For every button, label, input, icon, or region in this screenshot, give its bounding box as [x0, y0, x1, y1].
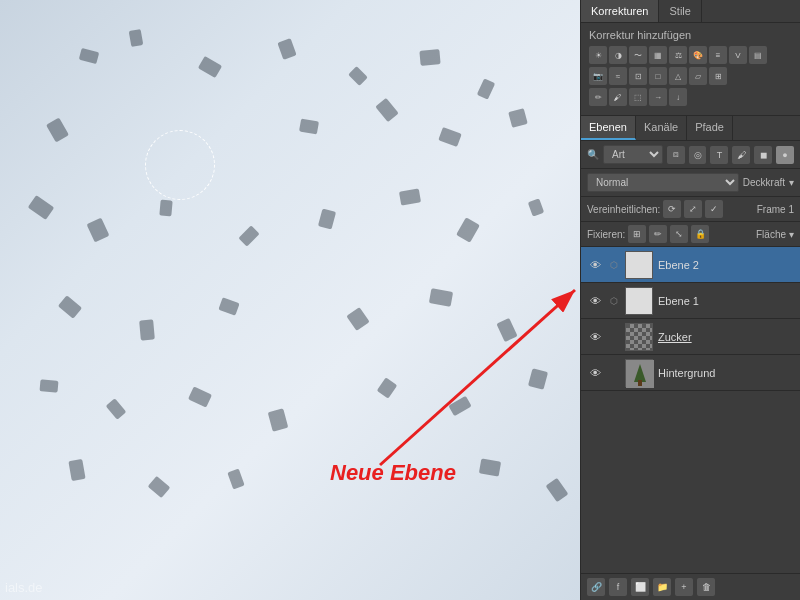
korr-icon-gradient[interactable]: ▱ [689, 67, 707, 85]
korrekturen-icons-row2: 📷 ≈ ⊡ □ △ ▱ ⊞ [589, 67, 792, 85]
layer-name-hintergrund: Hintergrund [658, 367, 794, 379]
search-row: 🔍 Art ⧈ ◎ T 🖌 ◼ ● [581, 141, 800, 169]
frame-label: Frame 1 [757, 204, 794, 215]
panel-btn-link[interactable]: 🔗 [587, 578, 605, 596]
korr-icon-levels[interactable]: ▦ [649, 46, 667, 64]
korr-icon-hue[interactable]: 🎨 [689, 46, 707, 64]
panel-btn-new[interactable]: + [675, 578, 693, 596]
layer-thumb-zucker [625, 323, 653, 351]
blend-mode-select[interactable]: Normal [587, 173, 739, 192]
neue-ebene-label: Neue Ebene [330, 460, 456, 486]
layer-eye-ebene2[interactable]: 👁 [587, 257, 603, 273]
layer-row-ebene2[interactable]: 👁 ⬡ Ebene 2 [581, 247, 800, 283]
korrekturen-icons-row3: ✏ 🖌 ⬚ → ↓ [589, 88, 792, 106]
watermark: ials.de [0, 580, 43, 595]
korr-icon-down[interactable]: ↓ [669, 88, 687, 106]
right-panel: Korrekturen Stile Korrektur hinzufügen ☀… [580, 0, 800, 600]
flaeche-value[interactable]: ▾ [789, 229, 794, 240]
layer-name-zucker: Zucker [658, 331, 794, 343]
layer-chain-ebene1[interactable]: ⬡ [608, 293, 620, 309]
panel-btn-group[interactable]: 📁 [653, 578, 671, 596]
tab-stile[interactable]: Stile [659, 0, 701, 22]
panel-btn-style[interactable]: f [609, 578, 627, 596]
korr-icon-vibrance[interactable]: V [729, 46, 747, 64]
vereinheitlichen-label: Vereinheitlichen: [587, 204, 660, 215]
fix-btn-2[interactable]: ✏ [649, 225, 667, 243]
korr-icon-posterize[interactable]: □ [649, 67, 667, 85]
red-arrow [320, 270, 580, 490]
layer-name-ebene1: Ebene 1 [658, 295, 794, 307]
tab-kanaele[interactable]: Kanäle [636, 116, 687, 140]
search-btn-3[interactable]: T [710, 146, 728, 164]
layer-eye-ebene1[interactable]: 👁 [587, 293, 603, 309]
layer-thumb-ebene1 [625, 287, 653, 315]
layer-name-ebene2: Ebene 2 [658, 259, 794, 271]
flaeche-label: Fläche [756, 229, 786, 240]
korr-icon-pencil[interactable]: ✏ [589, 88, 607, 106]
layer-thumb-ebene2 [625, 251, 653, 279]
vereinheitlichen-row: Vereinheitlichen: ⟳ ⤢ ✓ Frame 1 [581, 197, 800, 222]
tab-korrekturen[interactable]: Korrekturen [581, 0, 659, 22]
search-btn-1[interactable]: ⧈ [667, 146, 685, 164]
search-label: 🔍 [587, 149, 599, 160]
korr-icon-contrast[interactable]: ◑ [609, 46, 627, 64]
fix-btn-3[interactable]: ⤡ [670, 225, 688, 243]
search-btn-5[interactable]: ◼ [754, 146, 772, 164]
canvas-area: Neue Ebene ials.de [0, 0, 580, 600]
layer-chain-ebene2[interactable]: ⬡ [608, 257, 620, 273]
svg-rect-4 [638, 380, 642, 386]
layer-eye-zucker[interactable]: 👁 [587, 329, 603, 345]
korr-icon-channel[interactable]: ≈ [609, 67, 627, 85]
layer-row-ebene1[interactable]: 👁 ⬡ Ebene 1 [581, 283, 800, 319]
korr-icon-balance[interactable]: ⚖ [669, 46, 687, 64]
verei-btn-1[interactable]: ⟳ [663, 200, 681, 218]
canvas-content: Neue Ebene ials.de [0, 0, 580, 600]
search-select[interactable]: Art [603, 145, 663, 164]
korrekturen-section: Korrektur hinzufügen ☀ ◑ 〜 ▦ ⚖ 🎨 ≡ V ▤ 📷… [581, 23, 800, 116]
korr-icon-brush2[interactable]: 🖌 [609, 88, 627, 106]
korrekturen-title: Korrektur hinzufügen [589, 29, 792, 41]
fix-btn-4[interactable]: 🔒 [691, 225, 709, 243]
search-btn-4[interactable]: 🖌 [732, 146, 750, 164]
ebenen-tabs: Ebenen Kanäle Pfade [581, 116, 800, 141]
korr-icon-curve[interactable]: 〜 [629, 46, 647, 64]
tab-ebenen[interactable]: Ebenen [581, 116, 636, 140]
svg-line-1 [380, 290, 575, 465]
korr-icon-pattern[interactable]: ⊞ [709, 67, 727, 85]
blend-row: Normal Deckkraft ▾ [581, 169, 800, 197]
verei-btn-3[interactable]: ✓ [705, 200, 723, 218]
layer-row-zucker[interactable]: 👁 ⬡ Zucker [581, 319, 800, 355]
panel-btn-mask[interactable]: ⬜ [631, 578, 649, 596]
korr-icon-bw[interactable]: ▤ [749, 46, 767, 64]
fixieren-label: Fixieren: [587, 229, 625, 240]
panel-top-tabs: Korrekturen Stile [581, 0, 800, 23]
layer-row-hintergrund[interactable]: 👁 ⬡ Hintergrund [581, 355, 800, 391]
panel-bottom: 🔗 f ⬜ 📁 + 🗑 [581, 573, 800, 600]
search-btn-2[interactable]: ◎ [689, 146, 707, 164]
korr-icon-shade[interactable]: ⬚ [629, 88, 647, 106]
fixieren-row: Fixieren: ⊞ ✏ ⤡ 🔒 Fläche ▾ [581, 222, 800, 247]
panel-btn-delete[interactable]: 🗑 [697, 578, 715, 596]
korr-icon-arrow[interactable]: → [649, 88, 667, 106]
tab-pfade[interactable]: Pfade [687, 116, 733, 140]
korrekturen-icons-row1: ☀ ◑ 〜 ▦ ⚖ 🎨 ≡ V ▤ [589, 46, 792, 64]
fix-btn-1[interactable]: ⊞ [628, 225, 646, 243]
verei-btn-2[interactable]: ⤢ [684, 200, 702, 218]
circle-selection [145, 130, 215, 200]
korr-icon-threshold[interactable]: △ [669, 67, 687, 85]
korr-icon-sat[interactable]: ≡ [709, 46, 727, 64]
layer-eye-hintergrund[interactable]: 👁 [587, 365, 603, 381]
deckkraft-value[interactable]: ▾ [789, 177, 794, 188]
deckkraft-label: Deckkraft [743, 177, 785, 188]
korr-icon-photo[interactable]: 📷 [589, 67, 607, 85]
search-toggle[interactable]: ● [776, 146, 794, 164]
layer-thumb-hintergrund [625, 359, 653, 387]
korr-icon-invert[interactable]: ⊡ [629, 67, 647, 85]
korr-icon-sun[interactable]: ☀ [589, 46, 607, 64]
